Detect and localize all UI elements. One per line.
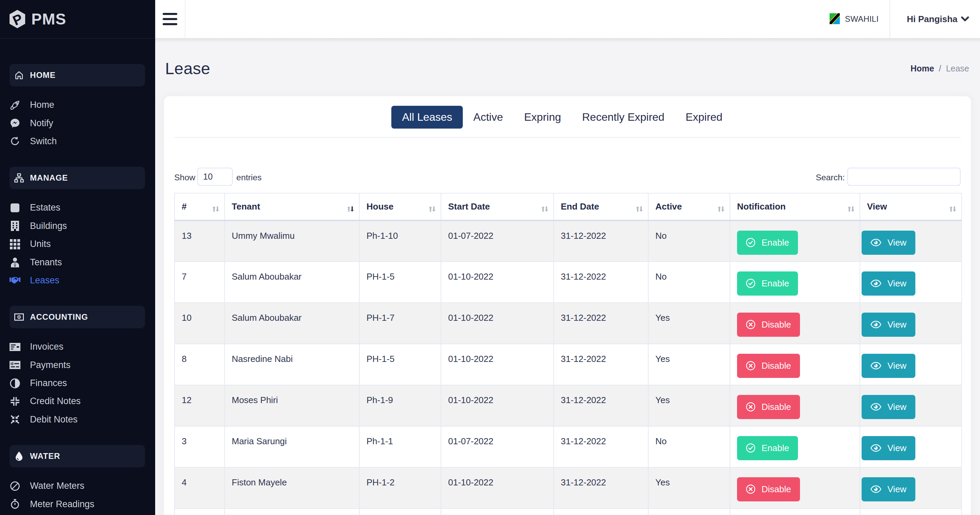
svg-text:$: $ bbox=[11, 362, 13, 366]
